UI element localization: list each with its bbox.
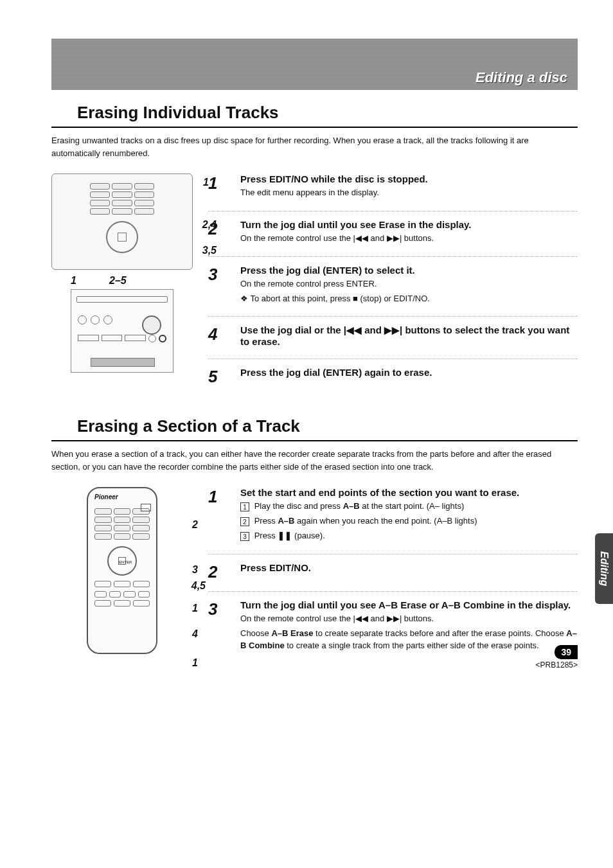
section2-steps: 1 Set the start and end points of the se… (208, 487, 578, 663)
step-title: Set the start and end points of the sect… (240, 487, 578, 498)
step-title: Use the jog dial or the |◀◀ and ▶▶| butt… (240, 324, 578, 347)
section1-title-row: Erasing Individual Tracks (51, 99, 578, 128)
header-band: Editing a disc (51, 39, 578, 90)
boxed-number-icon: 1 (240, 502, 249, 511)
step-title: Press EDIT/NO while the disc is stopped. (240, 173, 578, 184)
callout: 1 (203, 177, 209, 188)
step: 3 Press the jog dial (ENTER) to select i… (208, 256, 578, 317)
step: 3 Turn the jog dial until you see A–B Er… (208, 591, 578, 664)
step-subline: 1 Play the disc and press A–B at the sta… (240, 500, 578, 513)
callout: 4,5 (191, 580, 206, 592)
step-number: 2 (208, 562, 224, 582)
step-title: Press the jog dial (ENTER) to select it. (240, 265, 578, 276)
step-subline: 2 Press A–B again when you reach the end… (240, 515, 578, 527)
section2-title-row: Erasing a Section of a Track (51, 412, 578, 441)
step-line: On the remote control press ENTER. (240, 278, 578, 290)
step: 1 Set the start and end points of the se… (208, 487, 578, 554)
section1-intro: Erasing unwanted tracks on a disc frees … (51, 134, 578, 159)
side-tab-editing: Editing (595, 533, 613, 604)
step: 1 Press EDIT/NO while the disc is stoppe… (208, 173, 578, 211)
step-line: On the remote control use the |◀◀ and ▶▶… (240, 613, 578, 625)
section1-steps: 1 Press EDIT/NO while the disc is stoppe… (208, 173, 578, 396)
section2-intro: When you erase a section of a track, you… (51, 448, 578, 473)
step-number: 3 (208, 265, 224, 308)
callout: 2,4 (202, 219, 217, 231)
unit-diagram (71, 289, 173, 373)
callout: 1 (192, 603, 198, 614)
callout: 2 (192, 519, 198, 531)
callout: 3,5 (202, 245, 217, 256)
page-number: 39 (555, 645, 578, 659)
step-title: Press the jog dial (ENTER) again to eras… (240, 367, 578, 378)
step: 5 Press the jog dial (ENTER) again to er… (208, 359, 578, 396)
section2-left-col: Pioneer ENTER (51, 487, 193, 663)
header-band-title: Editing a disc (475, 69, 567, 86)
boxed-number-icon: 2 (240, 517, 249, 526)
callout: 1 (192, 657, 198, 669)
section2-title: Erasing a Section of a Track (77, 416, 300, 436)
callout: 2–5 (109, 275, 127, 287)
boxed-number-icon: 3 (240, 532, 249, 541)
remote-diagram-full: Pioneer ENTER (87, 487, 157, 654)
step-number: 1 (208, 487, 224, 545)
step: 2 Press EDIT/NO. (208, 554, 578, 591)
section1-columns: 1 2,4 3,5 1 2–5 (51, 173, 578, 396)
step-title: Turn the jog dial until you see A–B Eras… (240, 599, 578, 610)
section1-left-col: 1 2,4 3,5 1 2–5 (51, 173, 193, 396)
step: 2 Turn the jog dial until you see Erase … (208, 211, 578, 256)
section2-columns: Pioneer ENTER (51, 487, 578, 663)
page-footer: 39 <PRB1285> (536, 645, 578, 669)
callout: 4 (192, 628, 198, 640)
callout: 3 (192, 564, 198, 576)
manual-page: Editing a disc Erasing Individual Tracks… (0, 0, 613, 689)
step-paragraph: Choose A–B Erase to create separate trac… (240, 628, 578, 652)
step-title: Press EDIT/NO. (240, 562, 578, 573)
callout: 1 (71, 275, 76, 287)
remote-diagram-small: 1 2,4 3,5 (51, 173, 193, 270)
step-number: 4 (208, 324, 224, 350)
step-line: On the remote control use the |◀◀ and ▶▶… (240, 233, 578, 245)
section1-title: Erasing Individual Tracks (77, 103, 279, 123)
step-subline: 3 Press ❚❚ (pause). (240, 530, 578, 542)
step-number: 1 (208, 173, 224, 202)
step-line: ❖ To abort at this point, press ■ (stop)… (240, 293, 578, 305)
remote-brand: Pioneer (88, 488, 156, 500)
doc-code: <PRB1285> (536, 660, 578, 669)
step-number: 3 (208, 599, 224, 655)
step-line: The edit menu appears in the display. (240, 187, 578, 199)
step-number: 5 (208, 367, 224, 387)
step: 4 Use the jog dial or the |◀◀ and ▶▶| bu… (208, 316, 578, 359)
step-title: Turn the jog dial until you see Erase in… (240, 219, 578, 230)
